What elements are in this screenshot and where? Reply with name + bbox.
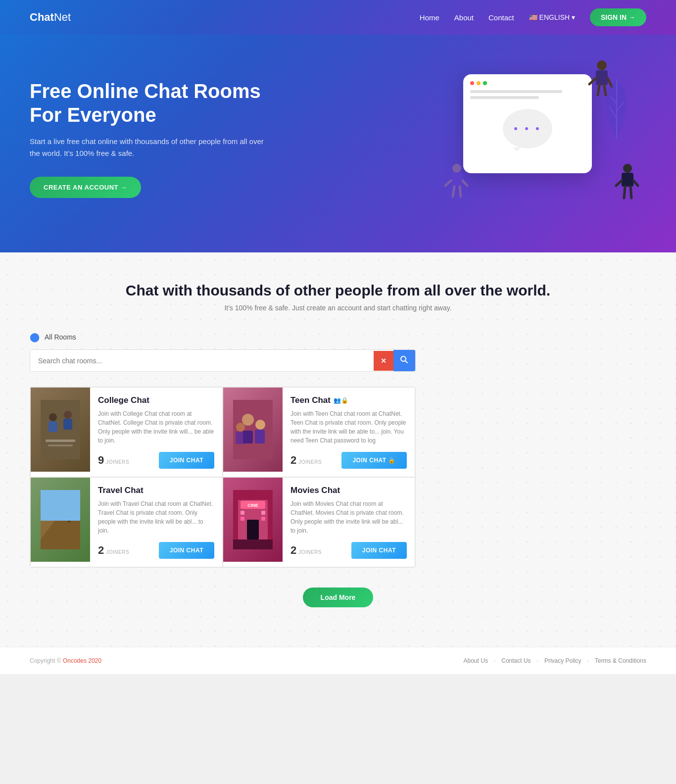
joiners-label-college: JOINERS (106, 459, 129, 465)
svg-point-27 (64, 411, 72, 419)
svg-line-23 (405, 361, 407, 363)
svg-line-16 (624, 187, 625, 198)
joiners-travel: 2 JOINERS (98, 544, 129, 557)
section-title: Chat with thousands of other people from… (30, 282, 646, 299)
svg-point-32 (242, 414, 254, 426)
room-card-movies-chat: CINE Movies Chat Join with Movies Chat c… (223, 477, 415, 567)
joiners-count-college: 9 (98, 454, 104, 467)
footer: Copyright © Oncodes 2020 About Us · Cont… (0, 647, 676, 674)
main-nav: Home About Contact 🇺🇸 ENGLISH ▾ SIGN IN … (420, 8, 646, 26)
nav-language[interactable]: 🇺🇸 ENGLISH ▾ (529, 13, 575, 21)
room-image-teen (223, 388, 283, 472)
search-icon (400, 356, 408, 364)
nav-about[interactable]: About (454, 13, 474, 22)
svg-rect-51 (261, 511, 265, 515)
joiners-teen: 2 JOINERS (290, 454, 322, 467)
room-footer-college: 9 JOINERS JOIN CHAT (98, 452, 214, 469)
teen-image-svg (233, 400, 273, 459)
section-subtitle: It's 100% free & safe. Just create an ac… (30, 304, 646, 312)
svg-rect-53 (261, 517, 265, 521)
svg-line-10 (453, 187, 454, 196)
main-content: Chat with thousands of other people from… (0, 252, 676, 647)
nav-home[interactable]: Home (420, 13, 439, 22)
footer-link-about[interactable]: About Us (464, 657, 488, 664)
leaf-decoration (602, 79, 631, 139)
svg-rect-52 (241, 517, 244, 521)
room-footer-teen: 2 JOINERS JOIN CHAT 🔒 (290, 452, 407, 469)
joiners-movies: 2 JOINERS (290, 544, 322, 557)
svg-rect-49 (247, 520, 259, 539)
filter-label[interactable]: All Rooms (45, 333, 76, 341)
dot-yellow (477, 81, 481, 85)
footer-links: About Us · Contact Us · Privacy Policy ·… (464, 657, 646, 664)
svg-point-34 (236, 423, 245, 432)
svg-line-11 (460, 187, 461, 196)
footer-link-terms[interactable]: Terms & Conditions (595, 657, 646, 664)
svg-rect-44 (41, 490, 80, 521)
filter-icon: ⬤ (30, 332, 40, 343)
joiners-label-teen: JOINERS (298, 459, 322, 465)
create-account-button[interactable]: CREATE AN ACCOUNT → (30, 177, 141, 198)
text-line-1 (470, 90, 562, 93)
travel-image-svg (41, 490, 80, 549)
room-card-travel-chat: Travel Chat Join with Travel Chat chat r… (30, 477, 223, 567)
person-left (443, 163, 471, 198)
joiners-college: 9 JOINERS (98, 454, 129, 467)
join-button-movies[interactable]: JOIN CHAT (351, 542, 407, 559)
footer-divider-3: · (587, 657, 589, 664)
room-footer-movies: 2 JOINERS JOIN CHAT (290, 542, 407, 559)
svg-line-15 (633, 181, 638, 186)
svg-rect-30 (48, 444, 73, 446)
footer-copyright: Copyright © Oncodes 2020 (30, 657, 101, 664)
joiners-count-travel: 2 (98, 544, 104, 557)
window-dots (470, 81, 585, 85)
room-title-travel: Travel Chat (98, 486, 214, 495)
hero-text: Free Online Chat Rooms For Everyone Star… (30, 79, 267, 198)
svg-line-4 (598, 85, 599, 95)
college-image-svg (41, 400, 80, 459)
room-desc-teen: Join with Teen Chat chat room at ChatNet… (290, 409, 407, 445)
join-button-teen[interactable]: JOIN CHAT 🔒 (341, 452, 407, 469)
nav-contact[interactable]: Contact (488, 13, 514, 22)
svg-text:CINE: CINE (247, 503, 258, 508)
logo: ChatNet (30, 11, 71, 24)
movies-image-svg: CINE (233, 490, 273, 549)
svg-point-33 (255, 420, 265, 430)
search-input[interactable] (30, 351, 374, 371)
room-title-college: College Chat (98, 395, 214, 405)
room-body-movies: Movies Chat Join with Movies Chat chat r… (283, 478, 415, 567)
svg-rect-24 (41, 400, 80, 459)
svg-rect-36 (243, 431, 253, 443)
svg-rect-37 (255, 430, 265, 443)
chat-bubble-dots: • • • (514, 122, 541, 135)
footer-brand-link[interactable]: Oncodes 2020 (63, 657, 101, 664)
room-desc-travel: Join with Travel Chat chat room at ChatN… (98, 499, 214, 535)
svg-rect-50 (241, 511, 244, 515)
svg-point-12 (623, 164, 632, 173)
svg-line-9 (463, 181, 467, 186)
svg-rect-29 (46, 440, 75, 442)
sign-in-button[interactable]: SIGN IN → (590, 8, 646, 26)
room-image-college (31, 388, 90, 472)
hero-subtitle: Start a live free chat online with thous… (30, 136, 267, 159)
dot-green (483, 81, 487, 85)
footer-divider-2: · (537, 657, 538, 664)
footer-link-contact[interactable]: Contact Us (501, 657, 531, 664)
load-more-button[interactable]: Load More (303, 588, 374, 607)
joiners-count-teen: 2 (290, 454, 296, 467)
join-button-college[interactable]: JOIN CHAT (159, 452, 214, 469)
join-button-travel[interactable]: JOIN CHAT (159, 542, 214, 559)
search-go-button[interactable] (393, 350, 415, 371)
teen-private-badge: 👥🔒 (334, 397, 348, 404)
room-card-college-chat: College Chat Join with College Chat chat… (30, 387, 223, 477)
room-desc-college: Join with College Chat chat room at Chat… (98, 409, 214, 445)
hero-illustration: • • • (438, 64, 646, 213)
footer-link-privacy[interactable]: Privacy Policy (544, 657, 581, 664)
chat-bubble: • • • (503, 109, 552, 148)
filter-row: ⬤ All Rooms (30, 332, 646, 343)
svg-line-14 (616, 181, 622, 186)
svg-rect-54 (233, 539, 273, 549)
person-right (614, 163, 641, 203)
svg-rect-26 (48, 421, 57, 432)
search-clear-button[interactable]: ✕ (374, 351, 393, 371)
